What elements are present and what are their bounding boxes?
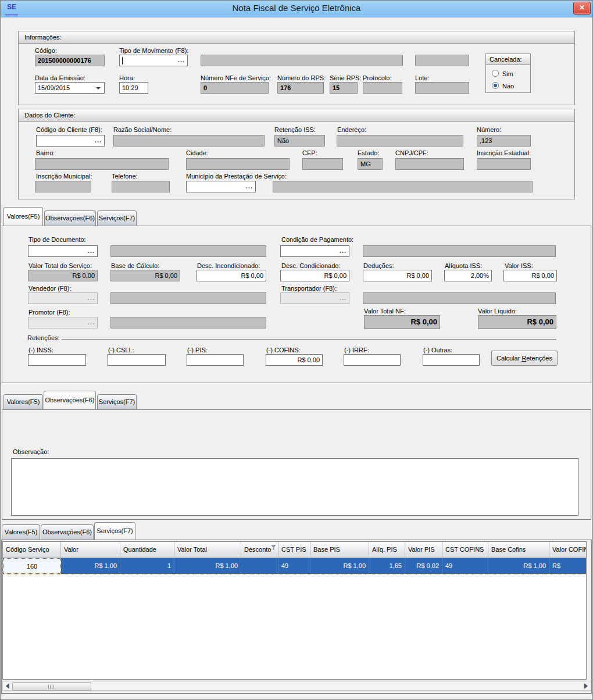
ellipsis-button[interactable]: ... bbox=[88, 317, 95, 327]
filter-icon[interactable] bbox=[271, 545, 276, 550]
promotor-input[interactable]: ... bbox=[28, 317, 98, 328]
promotor-desc-field bbox=[110, 317, 266, 328]
column-header-desconto[interactable]: Desconto bbox=[241, 542, 278, 558]
municipio-prestacao-input[interactable]: ... bbox=[186, 181, 256, 192]
codigo-cliente-input[interactable]: ... bbox=[36, 135, 105, 147]
outras-label: (-) Outras: bbox=[423, 347, 452, 353]
protocolo-label: Protocolo: bbox=[363, 74, 392, 81]
ellipsis-button[interactable]: ... bbox=[88, 293, 95, 302]
table-row[interactable]: 160 R$ 1,00 1 R$ 1,00 49 R$ 1,00 1,65 R$… bbox=[3, 558, 587, 574]
transportador-label: Transportador (F8): bbox=[281, 285, 337, 292]
column-header-cst-cofins[interactable]: CST COFINS bbox=[442, 542, 488, 558]
vendedor-input[interactable]: ... bbox=[28, 292, 98, 304]
column-header-valor-cofins[interactable]: Valor COFIN bbox=[549, 542, 587, 558]
telefone-label: Telefone: bbox=[112, 173, 138, 180]
window-title: Nota Fiscal de Serviço Eletrônica bbox=[1, 3, 592, 13]
hora-input[interactable]: 10:29 bbox=[119, 82, 148, 94]
calcular-retencoes-button[interactable]: Calcular Retenções bbox=[491, 351, 558, 366]
base-calculo-label: Base de Cálculo: bbox=[111, 262, 159, 269]
condicao-pagamento-input[interactable]: ... bbox=[280, 245, 349, 257]
column-header-quantidade[interactable]: Quantidade bbox=[120, 542, 174, 558]
inscricao-municipal-label: Inscrição Municipal: bbox=[36, 173, 92, 180]
column-header-valor-total[interactable]: Valor Total bbox=[174, 542, 241, 558]
pis-input[interactable] bbox=[187, 354, 244, 366]
deducoes-input[interactable]: R$ 0,00 bbox=[363, 270, 432, 281]
desc-condicionado-input[interactable]: R$ 0,00 bbox=[280, 270, 349, 281]
valores-panel: Tipo de Documento: ... Condição de Pagam… bbox=[2, 226, 591, 383]
csll-input[interactable] bbox=[108, 354, 166, 366]
ellipsis-button[interactable]: ... bbox=[246, 181, 253, 191]
scrollbar-thumb[interactable] bbox=[12, 682, 91, 691]
column-header-valor-pis[interactable]: Valor PIS bbox=[405, 542, 442, 558]
cidade-label: Cidade: bbox=[186, 149, 208, 156]
close-button[interactable]: ✕ bbox=[573, 2, 591, 15]
outras-input[interactable] bbox=[423, 354, 480, 366]
endereco-field bbox=[337, 135, 463, 147]
horizontal-scrollbar[interactable] bbox=[2, 681, 591, 691]
cell-base-pis[interactable]: R$ 1,00 bbox=[310, 558, 369, 574]
observacao-textarea[interactable] bbox=[11, 458, 578, 516]
radio-nao[interactable] bbox=[492, 82, 499, 89]
radio-sim[interactable] bbox=[492, 70, 499, 77]
inss-input[interactable] bbox=[28, 354, 86, 366]
data-emissao-combo[interactable]: 15/09/2015 bbox=[35, 82, 105, 94]
cell-cst-cofins[interactable]: 49 bbox=[442, 558, 488, 574]
cell-valor-total[interactable]: R$ 1,00 bbox=[174, 558, 241, 574]
scroll-left-icon[interactable] bbox=[6, 683, 9, 689]
tipo-documento-input[interactable]: ... bbox=[28, 245, 98, 257]
cell-aliq-pis[interactable]: 1,65 bbox=[369, 558, 405, 574]
cell-base-cofins[interactable]: R$ 1,00 bbox=[488, 558, 549, 574]
column-header-codigo-servico[interactable]: Código Serviço bbox=[3, 542, 61, 558]
municipio-prestacao-field bbox=[273, 181, 533, 192]
tab-servicos-1[interactable]: Serviços(F7) bbox=[97, 210, 137, 226]
tipo-movimento-desc-field bbox=[201, 55, 403, 66]
cell-codigo-servico[interactable]: 160 bbox=[3, 558, 61, 574]
aliquota-iss-input[interactable]: 2,00% bbox=[444, 270, 492, 281]
cell-valor[interactable]: R$ 1,00 bbox=[61, 558, 120, 574]
tab-valores-2[interactable]: Valores(F5) bbox=[3, 394, 43, 409]
valor-total-servico-field: R$ 0,00 bbox=[28, 270, 98, 281]
transportador-input[interactable]: ... bbox=[280, 292, 349, 304]
cell-desconto[interactable] bbox=[241, 558, 278, 574]
dados-cliente-group-caption: Dados do Cliente: bbox=[19, 109, 574, 122]
desc-incondicionado-input[interactable]: R$ 0,00 bbox=[197, 270, 266, 281]
tab-valores-1[interactable]: Valores(F5) bbox=[3, 207, 43, 226]
ellipsis-button[interactable]: ... bbox=[95, 135, 102, 145]
ellipsis-button[interactable]: ... bbox=[340, 293, 346, 302]
ellipsis-button[interactable]: ... bbox=[88, 246, 95, 255]
scroll-right-icon[interactable] bbox=[584, 683, 588, 689]
cell-quantidade[interactable]: 1 bbox=[120, 558, 174, 574]
cep-field bbox=[302, 158, 343, 170]
cancelada-group-caption: Cancelada: bbox=[486, 54, 530, 65]
tipo-movimento-input[interactable]: ... bbox=[119, 55, 188, 66]
deducoes-label: Deduções: bbox=[363, 262, 394, 269]
observacao-label: Observação: bbox=[13, 448, 49, 455]
retencoes-label: Retenções: bbox=[27, 334, 60, 341]
tab-servicos-2[interactable]: Serviços(F7) bbox=[97, 394, 137, 409]
scrollbar-grip-icon bbox=[48, 685, 55, 689]
tab-valores-3[interactable]: Valores(F5) bbox=[2, 524, 40, 540]
column-header-base-cofins[interactable]: Base Cofins bbox=[488, 542, 549, 558]
estado-field: MG bbox=[358, 158, 383, 170]
column-header-aliq-pis[interactable]: Alíq. PIS bbox=[369, 542, 405, 558]
column-header-valor[interactable]: Valor bbox=[61, 542, 120, 558]
column-header-cst-pis[interactable]: CST PIS bbox=[278, 542, 310, 558]
tab-observacoes-3[interactable]: Observações(F6) bbox=[41, 524, 94, 540]
cell-valor-pis[interactable]: R$ 0,02 bbox=[405, 558, 442, 574]
irrf-input[interactable] bbox=[344, 354, 401, 366]
column-header-base-pis[interactable]: Base PIS bbox=[310, 542, 369, 558]
tab-observacoes-1[interactable]: Observações(F6) bbox=[44, 210, 96, 226]
cofins-input[interactable]: R$ 0,00 bbox=[266, 354, 323, 366]
radio-nao-label: Não bbox=[502, 83, 514, 90]
tab-servicos-3[interactable]: Serviços(F7) bbox=[94, 522, 135, 540]
dropdown-arrow-icon[interactable] bbox=[96, 87, 101, 90]
ellipsis-button[interactable]: ... bbox=[340, 246, 346, 255]
valor-iss-input[interactable]: R$ 0,00 bbox=[503, 270, 557, 281]
cell-valor-cofins[interactable]: R$ bbox=[549, 558, 587, 574]
promotor-label: Promotor (F8): bbox=[28, 309, 70, 316]
cell-cst-pis[interactable]: 49 bbox=[278, 558, 310, 574]
municipio-prestacao-label: Município da Prestação de Serviço: bbox=[186, 173, 287, 180]
tab-observacoes-2[interactable]: Observações(F6) bbox=[44, 391, 96, 409]
ellipsis-button[interactable]: ... bbox=[178, 55, 185, 65]
valor-total-nf-field: R$ 0,00 bbox=[364, 315, 440, 329]
